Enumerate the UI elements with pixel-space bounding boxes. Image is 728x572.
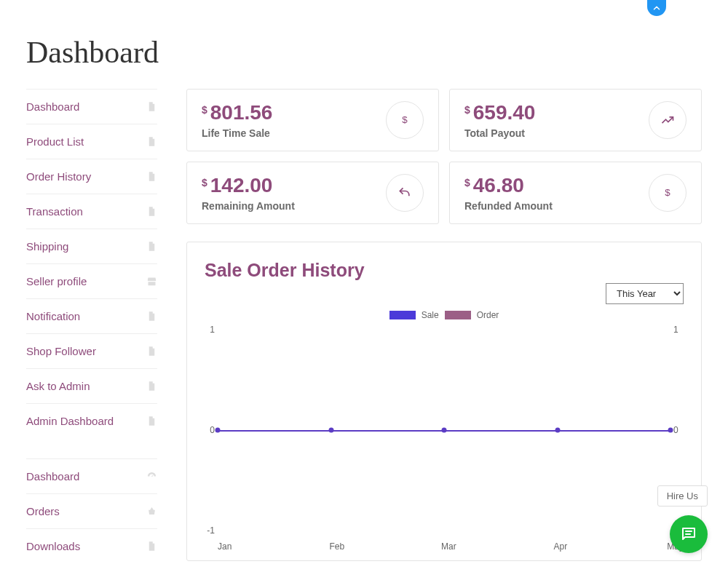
x-tick: Feb	[330, 541, 345, 552]
chat-button[interactable]	[670, 515, 708, 553]
chevron-up-icon	[652, 3, 662, 13]
legend-label-sale: Sale	[422, 310, 439, 320]
stat-card-remaining-amount: $142.00Remaining Amount	[186, 162, 439, 224]
stat-card-refunded-amount: $46.80Refunded Amount$	[449, 162, 702, 224]
trend-up-icon	[649, 101, 687, 139]
chart-point	[215, 428, 221, 433]
file-icon	[146, 206, 157, 218]
sidebar-item-account-dashboard[interactable]: Dashboard	[26, 458, 157, 493]
file-icon	[146, 311, 157, 322]
chart-area: 1 0 -1 1 0 Jan Feb Mar Apr May	[205, 325, 684, 550]
sidebar-item-label: Admin Dashboard	[26, 415, 114, 427]
x-tick: Apr	[554, 541, 568, 552]
store-icon	[146, 276, 157, 287]
sidebar-item-label: Dashboard	[26, 100, 79, 113]
stat-currency: $	[464, 177, 470, 188]
chart-range-select[interactable]: This Year	[606, 283, 684, 304]
sidebar-item-label: Orders	[26, 505, 60, 517]
y-tick: 0	[673, 425, 687, 435]
file-icon	[146, 101, 157, 113]
sidebar-item-label: Notification	[26, 310, 80, 322]
sidebar-item-orders[interactable]: Orders	[26, 493, 157, 528]
sidebar-item-label: Transaction	[26, 205, 83, 218]
stat-value: 801.56	[210, 101, 273, 124]
y-tick: 0	[202, 425, 215, 435]
chart-point	[328, 428, 333, 433]
sidebar: DashboardProduct ListOrder HistoryTransa…	[26, 89, 157, 563]
file-icon	[146, 416, 157, 427]
stat-label: Total Payout	[464, 127, 535, 139]
sidebar-item-label: Shop Follower	[26, 345, 96, 357]
stat-value: 46.80	[473, 174, 524, 197]
sidebar-item-dashboard[interactable]: Dashboard	[26, 89, 157, 124]
svg-text:$: $	[402, 114, 408, 125]
file-icon	[146, 241, 157, 253]
stat-currency: $	[202, 177, 207, 188]
sidebar-item-transaction[interactable]: Transaction	[26, 194, 157, 229]
file-icon	[146, 171, 157, 183]
stat-card-total-payout: $659.40Total Payout	[449, 89, 702, 151]
sidebar-item-label: Downloads	[26, 540, 80, 552]
page-title: Dashboard	[26, 35, 728, 70]
sidebar-item-shop-follower[interactable]: Shop Follower	[26, 333, 157, 368]
stat-value: 659.40	[473, 101, 536, 124]
sidebar-item-label: Order History	[26, 170, 91, 183]
chart-point	[668, 428, 673, 433]
sidebar-item-order-history[interactable]: Order History	[26, 159, 157, 194]
main-content: $801.56Life Time Sale$$659.40Total Payou…	[157, 89, 702, 563]
sidebar-item-label: Product List	[26, 135, 84, 148]
file-icon	[146, 541, 157, 552]
chart-plot	[218, 329, 670, 531]
chart-title: Sale Order History	[205, 260, 684, 281]
legend-swatch-order	[445, 311, 471, 319]
dollar-icon: $	[649, 174, 687, 212]
file-icon	[146, 346, 157, 357]
chart-point	[442, 428, 447, 433]
chart-card: Sale Order History This Year Sale Order …	[186, 242, 702, 561]
hire-us-button[interactable]: Hire Us	[657, 485, 708, 507]
stat-currency: $	[464, 104, 470, 116]
chart-point	[555, 428, 560, 433]
stat-currency: $	[202, 104, 207, 116]
sidebar-item-label: Seller profile	[26, 275, 87, 287]
x-tick: Mar	[441, 541, 456, 552]
y-tick: 1	[202, 325, 215, 335]
sidebar-item-shipping[interactable]: Shipping	[26, 229, 157, 263]
sidebar-item-product-list[interactable]: Product List	[26, 124, 157, 159]
stat-label: Life Time Sale	[202, 127, 272, 139]
dollar-icon: $	[386, 101, 424, 139]
x-tick: Jan	[218, 541, 232, 552]
sidebar-item-label: Ask to Admin	[26, 380, 90, 392]
svg-text:$: $	[665, 187, 670, 198]
stat-label: Refunded Amount	[464, 200, 553, 212]
sidebar-item-admin-dashboard[interactable]: Admin Dashboard	[26, 403, 157, 438]
y-tick: 1	[673, 325, 687, 335]
basket-icon	[146, 506, 157, 517]
sidebar-item-ask-to-admin[interactable]: Ask to Admin	[26, 368, 157, 403]
file-icon	[146, 381, 157, 392]
sidebar-item-downloads[interactable]: Downloads	[26, 528, 157, 563]
chat-icon	[680, 525, 697, 543]
legend-swatch-sale	[389, 311, 416, 319]
scroll-top-button[interactable]	[647, 0, 666, 16]
chart-legend: Sale Order	[205, 310, 684, 320]
gauge-icon	[146, 471, 157, 482]
y-tick: -1	[202, 525, 215, 536]
stat-value: 142.00	[210, 174, 273, 197]
sidebar-item-label: Dashboard	[26, 470, 79, 482]
sidebar-item-notification[interactable]: Notification	[26, 298, 157, 333]
sidebar-item-seller-profile[interactable]: Seller profile	[26, 263, 157, 298]
file-icon	[146, 136, 157, 148]
legend-label-order: Order	[477, 310, 499, 320]
stat-card-life-time-sale: $801.56Life Time Sale$	[186, 89, 439, 151]
stat-label: Remaining Amount	[202, 200, 295, 212]
undo-icon	[386, 174, 424, 212]
sidebar-item-label: Shipping	[26, 240, 68, 253]
